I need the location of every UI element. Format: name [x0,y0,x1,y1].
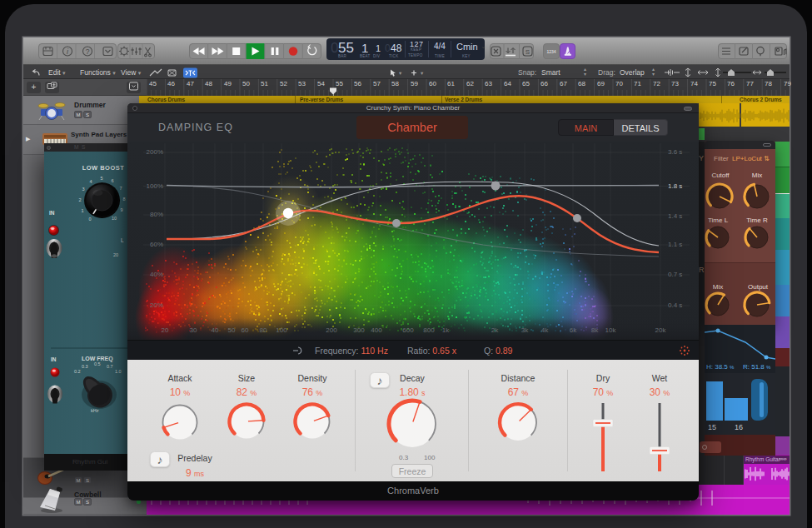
svg-text:8: 8 [122,197,125,202]
svg-text:1: 1 [81,208,83,213]
svg-text:5: 5 [100,176,102,181]
svg-text:▾: ▾ [399,69,402,75]
svg-text:?: ? [85,47,89,55]
svg-text:3: 3 [82,187,84,192]
svg-text:2: 2 [78,197,81,202]
svg-text:9: 9 [120,207,122,212]
svg-text:6: 6 [111,178,113,183]
svg-text:7: 7 [119,186,122,191]
svg-text:10: 10 [112,216,117,221]
svg-text:S: S [526,47,530,55]
svg-text:i: i [67,47,69,55]
svg-text:4: 4 [89,179,92,184]
svg-text:▾: ▾ [421,69,424,75]
svg-text:0: 0 [88,217,91,222]
